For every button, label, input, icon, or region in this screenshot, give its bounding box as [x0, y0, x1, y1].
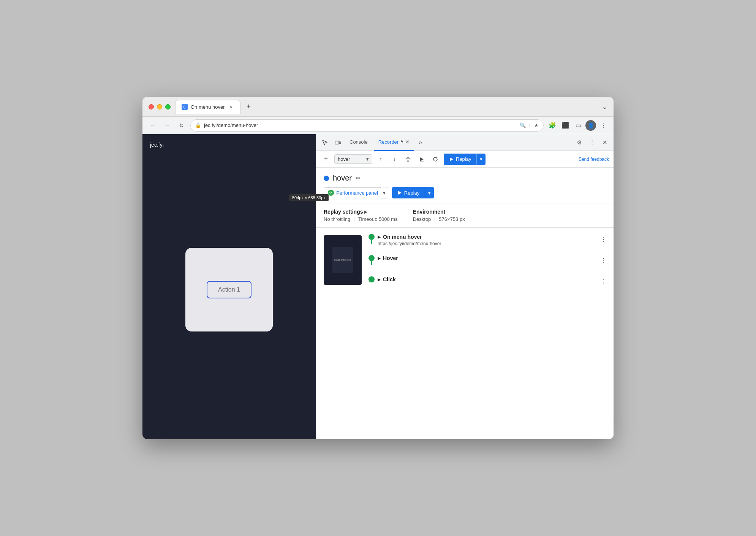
step-3-content: ▶ Click ⋮ [378, 275, 609, 290]
step-2-title[interactable]: ▶ Hover [378, 255, 398, 261]
settings-environment-col: Environment Desktop 576×753 px [413, 209, 465, 222]
step-2-dot [369, 255, 375, 261]
delete-button[interactable] [403, 154, 413, 165]
step-2-content: ▶ Hover ⋮ [378, 254, 609, 269]
replay-button-group-2: Replay ▾ [392, 187, 434, 198]
site-logo: jec.fyi [150, 142, 164, 148]
step-3-more-button[interactable]: ⋮ [598, 276, 609, 287]
step-1-dot [369, 234, 375, 240]
back-button[interactable]: ← [147, 120, 158, 131]
svg-rect-3 [420, 161, 424, 162]
screenshot-icon[interactable]: ⬛ [560, 120, 571, 131]
svg-rect-1 [339, 142, 340, 144]
performance-panel-button[interactable]: ⟳ Performance panel [324, 187, 382, 198]
address-bar[interactable]: 🔒 jec.fyi/demo/menu-hover 🔍 ↑ ★ [190, 119, 544, 132]
maximize-traffic-light[interactable] [165, 104, 171, 109]
step-3-dot [369, 276, 375, 282]
step-2-line [371, 261, 372, 265]
step-3-info: ▶ Click [378, 276, 395, 282]
recording-title-row: hover ✏ [324, 174, 606, 182]
more-options-button[interactable]: ⋮ [598, 120, 609, 131]
devtools-more-button[interactable]: ⋮ [586, 137, 598, 148]
tab-label: On menu hover [191, 104, 225, 110]
action-button[interactable]: Action 1 [207, 281, 251, 298]
new-tab-button[interactable]: + [244, 101, 254, 112]
bookmark-icon[interactable]: ★ [534, 122, 539, 128]
recording-selector[interactable]: hover ▾ [334, 154, 372, 164]
step-thumbnail-image: HOVER OVER HERE [324, 235, 362, 285]
recorder-toolbar: + hover ▾ ↑ ↓ [316, 151, 614, 168]
step-2-info: ▶ Hover [378, 255, 398, 261]
add-recording-button[interactable]: + [321, 154, 331, 165]
recorder-close-icon[interactable]: ✕ [405, 139, 410, 145]
lock-icon: 🔒 [195, 123, 201, 128]
step-3-expand-icon: ▶ [378, 278, 381, 282]
minimize-traffic-light[interactable] [157, 104, 162, 109]
step-2-expand-icon: ▶ [378, 256, 381, 260]
recording-status-dot [324, 176, 329, 181]
devtools-settings-button[interactable]: ⚙ [573, 137, 585, 148]
devtools-close-button[interactable]: ✕ [599, 137, 610, 148]
replay-settings-title[interactable]: Replay settings ▶ [324, 209, 398, 215]
devtools-panel: Console Recorder ⚑ ✕ » ⚙ ⋮ ✕ [316, 134, 614, 439]
tab-close-button[interactable]: ✕ [228, 104, 234, 110]
slow-replay-button[interactable] [430, 154, 441, 165]
step-1-block: ▶ On menu hover https://jec.fyi/demo/men… [365, 232, 609, 254]
step-1-content: ▶ On menu hover https://jec.fyi/demo/men… [378, 232, 609, 249]
title-bar: ⬡ On menu hover ✕ + ⌄ [142, 97, 614, 117]
replay-dropdown-button-2[interactable]: ▾ [425, 187, 434, 198]
reload-button[interactable]: ↻ [176, 120, 187, 131]
settings-separator [354, 217, 354, 222]
step-3-title[interactable]: ▶ Click [378, 276, 395, 282]
send-feedback-link[interactable]: Send feedback [579, 157, 609, 162]
settings-throttling-col: Replay settings ▶ No throttling Timeout:… [324, 209, 398, 222]
close-traffic-light[interactable] [149, 104, 154, 109]
dropdown-chevron-icon: ▾ [366, 156, 369, 162]
import-button[interactable]: ↓ [389, 154, 400, 165]
step-2-dot-area [365, 254, 378, 265]
export-button[interactable]: ↑ [375, 154, 386, 165]
performance-panel-dropdown[interactable]: ▾ [381, 187, 388, 198]
recording-actions: ⟳ Performance panel ▾ Replay ▾ [324, 187, 606, 198]
action-card: Action 1 [185, 248, 273, 331]
step-2-more-button[interactable]: ⋮ [598, 255, 609, 266]
share-icon[interactable]: ↑ [529, 122, 531, 128]
element-picker-icon[interactable] [319, 137, 331, 148]
extensions-icon[interactable]: 🧩 [547, 120, 558, 131]
replay-settings-row: Replay settings ▶ No throttling Timeout:… [324, 209, 606, 222]
step-over-button[interactable] [416, 154, 427, 165]
replay-dropdown-button[interactable]: ▾ [476, 154, 486, 165]
forward-button[interactable]: → [161, 120, 173, 131]
recorder-badge: ⚑ [400, 140, 404, 144]
device-toolbar-icon[interactable] [332, 137, 343, 148]
edit-name-icon[interactable]: ✏ [356, 174, 361, 182]
thumbnail-text: HOVER OVER HERE [334, 258, 352, 262]
sidebar-icon[interactable]: ▭ [573, 120, 584, 131]
step-3-block: ▶ Click ⋮ [365, 275, 609, 296]
svg-marker-4 [450, 157, 453, 161]
env-separator [435, 217, 435, 222]
browser-window: ⬡ On menu hover ✕ + ⌄ ← → ↻ 🔒 jec.fyi/de… [142, 97, 614, 439]
tab-bar: ⬡ On menu hover ✕ + ⌄ [175, 100, 607, 114]
active-tab[interactable]: ⬡ On menu hover ✕ [175, 100, 240, 114]
devtools-topbar: Console Recorder ⚑ ✕ » ⚙ ⋮ ✕ [316, 134, 614, 151]
steps-section: HOVER OVER HERE [316, 228, 614, 439]
console-tab[interactable]: Console [345, 134, 372, 151]
recorder-tab[interactable]: Recorder ⚑ ✕ [374, 134, 414, 151]
throttling-detail: No throttling Timeout: 5000 ms [324, 216, 398, 222]
step-1-line [371, 240, 372, 244]
tab-favicon: ⬡ [182, 104, 188, 110]
replay-main-button-2[interactable]: Replay [392, 187, 425, 198]
profile-button[interactable]: 👤 [585, 120, 596, 131]
step-1-info: ▶ On menu hover https://jec.fyi/demo/men… [378, 234, 441, 246]
svg-rect-0 [335, 141, 339, 144]
step-1-more-button[interactable]: ⋮ [598, 234, 609, 244]
webpage-panel: jec.fyi Action 1 [142, 134, 316, 439]
browser-menu-button[interactable]: ⌄ [602, 103, 607, 111]
replay-main-button[interactable]: Replay [444, 154, 476, 165]
step-3-dot-area [365, 275, 378, 282]
search-icon[interactable]: 🔍 [520, 122, 526, 128]
settings-arrow-icon: ▶ [364, 210, 367, 214]
step-1-title[interactable]: ▶ On menu hover [378, 234, 441, 240]
more-tabs-button[interactable]: » [416, 134, 425, 151]
